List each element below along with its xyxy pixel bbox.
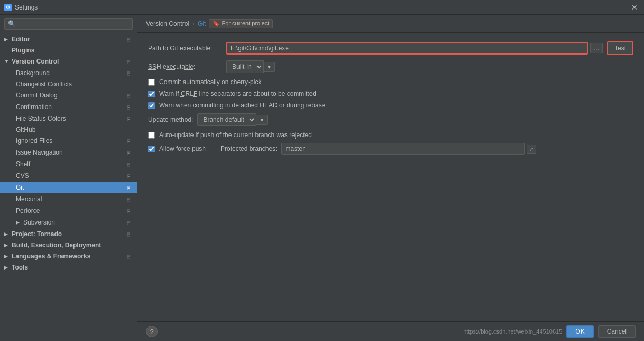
- breadcrumb-version-control: Version Control: [146, 20, 189, 28]
- auto-update-label: Auto-update if push of the current branc…: [159, 131, 312, 139]
- copy-icon-shelf: ⎘: [124, 160, 133, 168]
- sidebar-label-perforce: Perforce: [16, 207, 122, 214]
- sidebar-item-ignored-files[interactable]: Ignored Files ⎘: [0, 135, 137, 147]
- cherry-pick-checkbox[interactable]: [148, 79, 155, 86]
- protected-branches-input[interactable]: [281, 143, 525, 155]
- detached-head-checkbox[interactable]: [148, 102, 155, 109]
- sidebar-label-changelist-conflicts: Changelist Conflicts: [16, 80, 133, 88]
- detached-head-row: Warn when committing in detached HEAD or…: [148, 102, 633, 109]
- cherry-pick-row: Commit automatically on cherry-pick: [148, 78, 633, 86]
- sidebar-label-git: Git: [16, 184, 122, 191]
- sidebar-item-mercurial[interactable]: Mercurial ⎘: [0, 193, 137, 205]
- sidebar-item-cvs[interactable]: CVS ⎘: [0, 170, 137, 182]
- sidebar-item-github[interactable]: GitHub: [0, 124, 137, 135]
- test-button[interactable]: Test: [607, 41, 633, 55]
- breadcrumb: Version Control › Git 🔖 For current proj…: [137, 15, 644, 33]
- copy-icon-subversion: ⎘: [124, 218, 133, 227]
- sidebar-item-editor[interactable]: ▶ Editor ⎘: [0, 33, 137, 45]
- protected-branches-label: Protected branches:: [220, 145, 277, 152]
- cherry-pick-label: Commit automatically on cherry-pick: [159, 78, 261, 86]
- sidebar-label-github: GitHub: [16, 126, 133, 133]
- sidebar-item-issue-navigation[interactable]: Issue Navigation ⎘: [0, 147, 137, 158]
- copy-icon-vc: ⎘: [124, 57, 133, 66]
- ssh-dropdown-button[interactable]: ▼: [264, 62, 275, 72]
- sidebar-label-cvs: CVS: [16, 172, 122, 180]
- search-box: [0, 15, 137, 33]
- breadcrumb-git: Git: [198, 20, 206, 28]
- sidebar: ▶ Editor ⎘ Plugins ▼ Version Control ⎘ B…: [0, 15, 137, 341]
- sidebar-label-subversion: Subversion: [23, 219, 122, 226]
- sidebar-item-languages[interactable]: ▶ Languages & Frameworks ⎘: [0, 250, 137, 262]
- right-panel: Version Control › Git 🔖 For current proj…: [137, 15, 644, 341]
- copy-icon-fsc: ⎘: [124, 114, 133, 123]
- sidebar-label-project-tornado: Project: Tornado: [12, 230, 122, 238]
- footer-right: https://blog.csdn.net/weixin_44510615 OK…: [463, 325, 636, 338]
- copy-icon-languages: ⎘: [124, 252, 133, 261]
- sidebar-item-file-status-colors[interactable]: File Status Colors ⎘: [0, 113, 137, 124]
- sidebar-label-mercurial: Mercurial: [16, 195, 122, 203]
- sidebar-item-plugins[interactable]: Plugins: [0, 45, 137, 56]
- search-input[interactable]: [4, 18, 133, 30]
- help-button[interactable]: ?: [146, 326, 158, 337]
- window-title: Settings: [15, 4, 38, 11]
- ssh-row: SSH executable: Built-in ▼: [148, 60, 633, 73]
- expand-protected-button[interactable]: ⤢: [527, 145, 536, 154]
- protected-branches-row: Protected branches: ⤢: [220, 143, 536, 155]
- sidebar-item-subversion[interactable]: ▶ Subversion ⎘: [0, 217, 137, 228]
- copy-icon-commit-dialog: ⎘: [124, 91, 133, 100]
- collapse-arrow-build: ▶: [4, 243, 12, 248]
- sidebar-item-perforce[interactable]: Perforce ⎘: [0, 205, 137, 217]
- update-dropdown-button[interactable]: ▼: [256, 115, 268, 125]
- sidebar-item-changelist-conflicts[interactable]: Changelist Conflicts: [0, 79, 137, 89]
- close-button[interactable]: ✕: [629, 2, 640, 13]
- copy-icon-issue-nav: ⎘: [124, 148, 133, 157]
- sidebar-item-commit-dialog[interactable]: Commit Dialog ⎘: [0, 89, 137, 101]
- sidebar-item-background[interactable]: Background ⎘: [0, 67, 137, 79]
- sidebar-item-confirmation[interactable]: Confirmation ⎘: [0, 101, 137, 113]
- git-path-input[interactable]: [226, 42, 588, 55]
- ssh-select[interactable]: Built-in: [226, 60, 264, 73]
- copy-icon-project: ⎘: [124, 230, 133, 238]
- sidebar-label-confirmation: Confirmation: [16, 103, 122, 111]
- detached-head-label: Warn when committing in detached HEAD or…: [159, 102, 325, 109]
- sidebar-label-editor: Editor: [12, 35, 122, 43]
- sidebar-item-git[interactable]: Git ⎘: [0, 182, 137, 193]
- copy-icon-git: ⎘: [124, 183, 133, 192]
- title-bar: ⚙ Settings ✕: [0, 0, 644, 15]
- footer-url: https://blog.csdn.net/weixin_44510615: [463, 328, 562, 335]
- force-push-row: Allow force push Protected branches: ⤢: [148, 143, 633, 155]
- crlf-row: Warn if CRLF line separators are about t…: [148, 90, 633, 97]
- app-icon: ⚙: [4, 4, 12, 11]
- sidebar-label-tools: Tools: [12, 264, 133, 271]
- sidebar-item-build[interactable]: ▶ Build, Execution, Deployment: [0, 240, 137, 250]
- breadcrumb-sep-1: ›: [192, 20, 195, 28]
- breadcrumb-project-badge: 🔖 For current project: [209, 19, 273, 28]
- copy-icon-background: ⎘: [124, 69, 133, 77]
- auto-update-row: Auto-update if push of the current branc…: [148, 131, 633, 139]
- sidebar-label-shelf: Shelf: [16, 160, 122, 168]
- sidebar-item-tools[interactable]: ▶ Tools: [0, 262, 137, 273]
- path-label: Path to Git executable:: [148, 44, 222, 52]
- protected-input-container: ⤢: [281, 143, 536, 155]
- sidebar-tree: ▶ Editor ⎘ Plugins ▼ Version Control ⎘ B…: [0, 33, 137, 341]
- auto-update-checkbox[interactable]: [148, 132, 155, 139]
- footer-left: ?: [146, 326, 158, 337]
- crlf-label: Warn if CRLF line separators are about t…: [159, 90, 316, 97]
- sidebar-label-build: Build, Execution, Deployment: [12, 241, 133, 249]
- sidebar-label-file-status-colors: File Status Colors: [16, 115, 122, 122]
- copy-icon-ignored-files: ⎘: [124, 137, 133, 145]
- cancel-button[interactable]: Cancel: [598, 325, 636, 338]
- sidebar-item-shelf[interactable]: Shelf ⎘: [0, 158, 137, 170]
- path-browse-button[interactable]: ...: [590, 43, 603, 53]
- collapse-arrow-editor: ▶: [4, 37, 12, 42]
- ok-button[interactable]: OK: [566, 325, 593, 338]
- sidebar-label-issue-navigation: Issue Navigation: [16, 149, 122, 156]
- force-push-checkbox[interactable]: [148, 146, 155, 152]
- crlf-checkbox[interactable]: [148, 91, 155, 97]
- update-method-select[interactable]: Branch default: [197, 113, 256, 126]
- sidebar-label-commit-dialog: Commit Dialog: [16, 92, 122, 99]
- sidebar-item-project-tornado[interactable]: ▶ Project: Tornado ⎘: [0, 228, 137, 240]
- copy-icon-perforce: ⎘: [124, 207, 133, 215]
- sidebar-item-version-control[interactable]: ▼ Version Control ⎘: [0, 56, 137, 67]
- sidebar-label-version-control: Version Control: [12, 58, 122, 65]
